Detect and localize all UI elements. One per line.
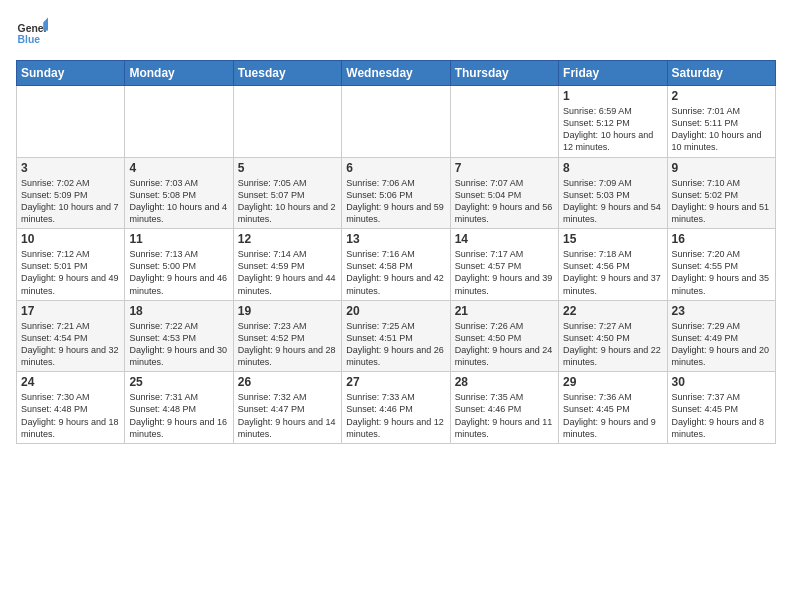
day-number: 30 [672, 375, 771, 389]
day-number: 5 [238, 161, 337, 175]
day-number: 18 [129, 304, 228, 318]
day-info: Sunrise: 7:13 AM Sunset: 5:00 PM Dayligh… [129, 248, 228, 297]
day-cell: 9Sunrise: 7:10 AM Sunset: 5:02 PM Daylig… [667, 157, 775, 229]
calendar-table: SundayMondayTuesdayWednesdayThursdayFrid… [16, 60, 776, 444]
day-cell: 7Sunrise: 7:07 AM Sunset: 5:04 PM Daylig… [450, 157, 558, 229]
day-number: 12 [238, 232, 337, 246]
day-cell: 17Sunrise: 7:21 AM Sunset: 4:54 PM Dayli… [17, 300, 125, 372]
svg-text:Blue: Blue [18, 34, 41, 45]
day-info: Sunrise: 7:05 AM Sunset: 5:07 PM Dayligh… [238, 177, 337, 226]
day-number: 25 [129, 375, 228, 389]
day-info: Sunrise: 7:09 AM Sunset: 5:03 PM Dayligh… [563, 177, 662, 226]
day-number: 8 [563, 161, 662, 175]
day-info: Sunrise: 7:14 AM Sunset: 4:59 PM Dayligh… [238, 248, 337, 297]
day-cell [450, 86, 558, 158]
page-container: General Blue SundayMondayTuesdayWednesda… [0, 0, 792, 452]
day-cell: 21Sunrise: 7:26 AM Sunset: 4:50 PM Dayli… [450, 300, 558, 372]
day-cell: 12Sunrise: 7:14 AM Sunset: 4:59 PM Dayli… [233, 229, 341, 301]
day-cell [233, 86, 341, 158]
day-info: Sunrise: 7:30 AM Sunset: 4:48 PM Dayligh… [21, 391, 120, 440]
day-info: Sunrise: 7:35 AM Sunset: 4:46 PM Dayligh… [455, 391, 554, 440]
day-cell: 15Sunrise: 7:18 AM Sunset: 4:56 PM Dayli… [559, 229, 667, 301]
day-cell: 29Sunrise: 7:36 AM Sunset: 4:45 PM Dayli… [559, 372, 667, 444]
day-number: 11 [129, 232, 228, 246]
day-number: 16 [672, 232, 771, 246]
day-cell: 26Sunrise: 7:32 AM Sunset: 4:47 PM Dayli… [233, 372, 341, 444]
day-cell: 1Sunrise: 6:59 AM Sunset: 5:12 PM Daylig… [559, 86, 667, 158]
day-cell: 5Sunrise: 7:05 AM Sunset: 5:07 PM Daylig… [233, 157, 341, 229]
logo-icon: General Blue [16, 16, 48, 48]
day-number: 10 [21, 232, 120, 246]
day-info: Sunrise: 7:16 AM Sunset: 4:58 PM Dayligh… [346, 248, 445, 297]
logo: General Blue [16, 16, 48, 48]
day-cell: 14Sunrise: 7:17 AM Sunset: 4:57 PM Dayli… [450, 229, 558, 301]
day-cell: 23Sunrise: 7:29 AM Sunset: 4:49 PM Dayli… [667, 300, 775, 372]
day-cell: 11Sunrise: 7:13 AM Sunset: 5:00 PM Dayli… [125, 229, 233, 301]
day-number: 17 [21, 304, 120, 318]
day-number: 27 [346, 375, 445, 389]
day-cell: 4Sunrise: 7:03 AM Sunset: 5:08 PM Daylig… [125, 157, 233, 229]
day-cell: 28Sunrise: 7:35 AM Sunset: 4:46 PM Dayli… [450, 372, 558, 444]
day-number: 15 [563, 232, 662, 246]
day-cell: 24Sunrise: 7:30 AM Sunset: 4:48 PM Dayli… [17, 372, 125, 444]
week-row-1: 3Sunrise: 7:02 AM Sunset: 5:09 PM Daylig… [17, 157, 776, 229]
day-cell: 3Sunrise: 7:02 AM Sunset: 5:09 PM Daylig… [17, 157, 125, 229]
day-info: Sunrise: 7:33 AM Sunset: 4:46 PM Dayligh… [346, 391, 445, 440]
day-info: Sunrise: 7:03 AM Sunset: 5:08 PM Dayligh… [129, 177, 228, 226]
day-info: Sunrise: 7:06 AM Sunset: 5:06 PM Dayligh… [346, 177, 445, 226]
day-number: 1 [563, 89, 662, 103]
weekday-header-friday: Friday [559, 61, 667, 86]
day-info: Sunrise: 7:12 AM Sunset: 5:01 PM Dayligh… [21, 248, 120, 297]
weekday-header-row: SundayMondayTuesdayWednesdayThursdayFrid… [17, 61, 776, 86]
day-info: Sunrise: 7:25 AM Sunset: 4:51 PM Dayligh… [346, 320, 445, 369]
week-row-3: 17Sunrise: 7:21 AM Sunset: 4:54 PM Dayli… [17, 300, 776, 372]
day-number: 9 [672, 161, 771, 175]
day-number: 28 [455, 375, 554, 389]
day-info: Sunrise: 7:01 AM Sunset: 5:11 PM Dayligh… [672, 105, 771, 154]
svg-marker-2 [43, 18, 48, 31]
header: General Blue [16, 16, 776, 48]
weekday-header-wednesday: Wednesday [342, 61, 450, 86]
day-info: Sunrise: 7:22 AM Sunset: 4:53 PM Dayligh… [129, 320, 228, 369]
weekday-header-sunday: Sunday [17, 61, 125, 86]
day-info: Sunrise: 7:36 AM Sunset: 4:45 PM Dayligh… [563, 391, 662, 440]
week-row-2: 10Sunrise: 7:12 AM Sunset: 5:01 PM Dayli… [17, 229, 776, 301]
day-number: 6 [346, 161, 445, 175]
day-info: Sunrise: 7:10 AM Sunset: 5:02 PM Dayligh… [672, 177, 771, 226]
day-number: 14 [455, 232, 554, 246]
day-cell: 6Sunrise: 7:06 AM Sunset: 5:06 PM Daylig… [342, 157, 450, 229]
day-info: Sunrise: 7:20 AM Sunset: 4:55 PM Dayligh… [672, 248, 771, 297]
day-number: 23 [672, 304, 771, 318]
day-number: 3 [21, 161, 120, 175]
day-cell: 16Sunrise: 7:20 AM Sunset: 4:55 PM Dayli… [667, 229, 775, 301]
day-cell: 25Sunrise: 7:31 AM Sunset: 4:48 PM Dayli… [125, 372, 233, 444]
day-number: 22 [563, 304, 662, 318]
day-number: 2 [672, 89, 771, 103]
day-cell: 8Sunrise: 7:09 AM Sunset: 5:03 PM Daylig… [559, 157, 667, 229]
day-info: Sunrise: 7:32 AM Sunset: 4:47 PM Dayligh… [238, 391, 337, 440]
day-info: Sunrise: 7:07 AM Sunset: 5:04 PM Dayligh… [455, 177, 554, 226]
day-info: Sunrise: 7:18 AM Sunset: 4:56 PM Dayligh… [563, 248, 662, 297]
day-info: Sunrise: 7:26 AM Sunset: 4:50 PM Dayligh… [455, 320, 554, 369]
day-cell: 10Sunrise: 7:12 AM Sunset: 5:01 PM Dayli… [17, 229, 125, 301]
day-number: 21 [455, 304, 554, 318]
day-cell: 27Sunrise: 7:33 AM Sunset: 4:46 PM Dayli… [342, 372, 450, 444]
day-info: Sunrise: 7:21 AM Sunset: 4:54 PM Dayligh… [21, 320, 120, 369]
day-info: Sunrise: 7:37 AM Sunset: 4:45 PM Dayligh… [672, 391, 771, 440]
day-info: Sunrise: 7:27 AM Sunset: 4:50 PM Dayligh… [563, 320, 662, 369]
day-cell: 18Sunrise: 7:22 AM Sunset: 4:53 PM Dayli… [125, 300, 233, 372]
day-number: 4 [129, 161, 228, 175]
day-cell: 13Sunrise: 7:16 AM Sunset: 4:58 PM Dayli… [342, 229, 450, 301]
week-row-0: 1Sunrise: 6:59 AM Sunset: 5:12 PM Daylig… [17, 86, 776, 158]
weekday-header-thursday: Thursday [450, 61, 558, 86]
day-info: Sunrise: 7:17 AM Sunset: 4:57 PM Dayligh… [455, 248, 554, 297]
day-number: 29 [563, 375, 662, 389]
day-number: 19 [238, 304, 337, 318]
day-info: Sunrise: 6:59 AM Sunset: 5:12 PM Dayligh… [563, 105, 662, 154]
day-number: 26 [238, 375, 337, 389]
day-cell [342, 86, 450, 158]
day-number: 24 [21, 375, 120, 389]
day-info: Sunrise: 7:23 AM Sunset: 4:52 PM Dayligh… [238, 320, 337, 369]
weekday-header-tuesday: Tuesday [233, 61, 341, 86]
day-number: 13 [346, 232, 445, 246]
